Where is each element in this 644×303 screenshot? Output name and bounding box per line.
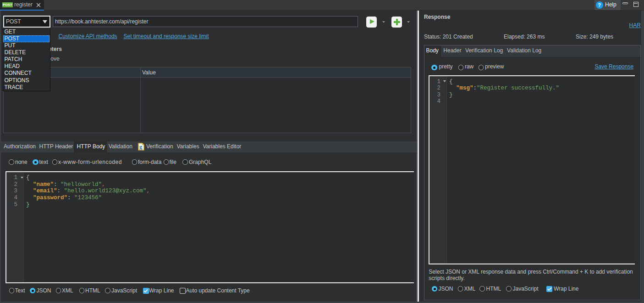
svg-text:g: g [139, 144, 143, 150]
